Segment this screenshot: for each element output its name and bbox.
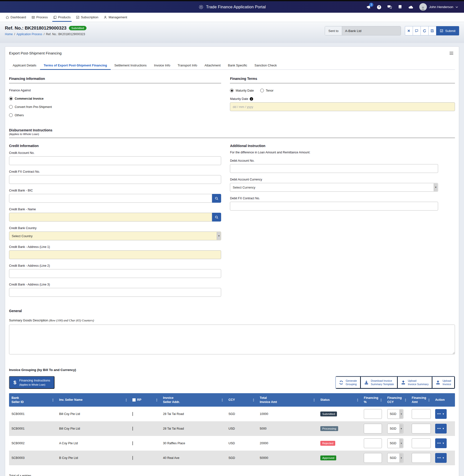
breadcrumb-home[interactable]: Home <box>5 32 13 36</box>
column-header-invoice-seller-addr[interactable]: InvoiceSeller Addr.▲▼ <box>161 394 226 406</box>
credit-bank-address2-input[interactable] <box>9 269 221 278</box>
rp-checkbox[interactable] <box>132 441 133 445</box>
radio-convert-pre-shipment[interactable]: Convert from Pre-Shipment <box>9 105 221 109</box>
financing-amt-input[interactable] <box>412 409 431 419</box>
tab-attachment[interactable]: Attachment <box>201 61 224 69</box>
comment-button[interactable] <box>413 26 421 35</box>
column-header-total-invoice-amt[interactable]: TotalInvoice Amt▲▼ <box>257 394 318 406</box>
financing-amt-input[interactable] <box>412 424 431 434</box>
credit-bank-bic-input[interactable] <box>9 194 212 203</box>
upload-invoice-summary-button[interactable]: UploadInvoice Summary <box>398 376 432 389</box>
info-icon[interactable]: i <box>250 97 253 101</box>
column-header-financing[interactable]: Financing%▲▼ <box>361 394 385 406</box>
sort-icon[interactable]: ▲▼ <box>52 398 54 402</box>
rp-checkbox[interactable] <box>132 412 133 416</box>
column-header-inv-seller-name[interactable]: Inv. Seller Name▲▼ <box>57 396 130 404</box>
submit-button[interactable]: Submit <box>436 26 459 35</box>
chat-icon[interactable] <box>387 5 392 9</box>
debit-account-currency-select[interactable]: Select Currency ▼ <box>230 183 438 192</box>
financing-amt-input[interactable] <box>412 453 431 463</box>
tab-invoice-info[interactable]: Invoice Info <box>150 61 174 69</box>
financing-ccy-select[interactable]: SGD▼ <box>387 409 403 419</box>
topbar-actions: 3 ? John <box>367 3 464 11</box>
guide-book-icon[interactable] <box>398 5 402 9</box>
row-action-button[interactable]: •••▼ <box>435 424 447 434</box>
radio-tenor[interactable]: Tenor <box>260 89 273 92</box>
goods-description-textarea[interactable] <box>9 325 455 354</box>
column-header-bank-seller-id[interactable]: BankSeller ID▲▼ <box>9 394 57 406</box>
nav-item-process[interactable]: Process <box>29 13 51 22</box>
cell-total-invoice-amt: 10000 <box>257 410 318 418</box>
download-invoice-summary-template-button[interactable]: Download InvoiceSummary Template <box>361 376 398 389</box>
sort-icon[interactable]: ▲▼ <box>156 398 158 402</box>
financing-instructions-button[interactable]: $ Financing Instructions (Applies to Who… <box>9 376 54 389</box>
additional-instruction-heading: Additional Instruction <box>230 144 455 148</box>
sort-icon[interactable]: ▲▼ <box>405 398 406 402</box>
rp-checkbox[interactable] <box>132 427 133 431</box>
row-action-button[interactable]: •••▼ <box>435 438 447 448</box>
sort-icon[interactable]: ▲▼ <box>253 398 254 402</box>
debit-fx-contract-no-input[interactable] <box>230 202 438 211</box>
rp-checkbox[interactable] <box>132 456 133 460</box>
list-menu-icon[interactable] <box>449 52 455 55</box>
cancel-button[interactable] <box>405 26 413 35</box>
sort-icon[interactable]: ▲▼ <box>221 398 223 402</box>
radio-icon <box>260 89 264 92</box>
refresh-button[interactable] <box>421 26 429 35</box>
tab-transport-info[interactable]: Transport Info <box>174 61 201 69</box>
row-action-button[interactable]: •••▼ <box>435 453 447 463</box>
announcement-icon[interactable]: 3 <box>367 5 371 9</box>
financing-pct-input[interactable] <box>364 438 382 448</box>
credit-fx-contract-no-input[interactable] <box>9 175 221 184</box>
row-action-button[interactable]: •••▼ <box>435 409 447 419</box>
tab-settlement-instructions[interactable]: Settlement Instructions <box>111 61 150 69</box>
tab-sanction-check[interactable]: Sanction Check <box>251 61 281 69</box>
debit-account-no-input[interactable] <box>230 164 438 173</box>
sort-icon[interactable]: ▲▼ <box>380 398 382 402</box>
tab-bank-specific[interactable]: Bank Specific <box>224 61 251 69</box>
upload-invoice-button[interactable]: UploadInvoice <box>432 376 455 389</box>
column-header-rp[interactable]: RP▲▼ <box>130 396 161 404</box>
cell-invoice-seller-addr: 28 Tai Tai Road <box>161 410 226 418</box>
financing-ccy-select[interactable]: SGD▼ <box>387 438 403 448</box>
maturity-date-input[interactable] <box>230 102 455 111</box>
sort-icon[interactable]: ▲▼ <box>428 398 430 402</box>
user-menu[interactable]: John Henderson <box>419 3 458 11</box>
radio-commercial-invoice[interactable]: Commercial Invoice <box>9 97 221 100</box>
breadcrumb-application-process[interactable]: Application Process <box>16 32 42 36</box>
radio-others[interactable]: Others <box>9 113 221 117</box>
nav-item-subscription[interactable]: Subscription <box>73 13 101 22</box>
tab-applicant-details[interactable]: Applicant Details <box>9 61 40 69</box>
sort-icon[interactable]: ▲▼ <box>313 398 315 402</box>
credit-account-no-input[interactable] <box>9 156 221 165</box>
column-header-financing-amt[interactable]: FinancingAmt▲▼ <box>409 394 433 406</box>
save-button[interactable] <box>428 26 436 35</box>
nav-item-management[interactable]: Management <box>101 13 130 22</box>
column-header-status[interactable]: Status▲▼ <box>318 396 361 404</box>
sort-icon[interactable]: ▲▼ <box>125 398 127 402</box>
credit-bank-country-select[interactable]: Select Country ▼ <box>9 232 221 240</box>
tab-terms-of-export-post-shipment-financing[interactable]: Terms of Export Post-Shipment Financing <box>40 61 111 69</box>
credit-bank-address1-input[interactable] <box>9 250 221 259</box>
rp-select-all-checkbox[interactable] <box>132 398 136 402</box>
financing-ccy-select[interactable]: SGD▼ <box>387 424 403 434</box>
cell-bank-seller-id: SCB0003 <box>9 454 57 462</box>
financing-ccy-select[interactable]: SGD▼ <box>387 453 403 463</box>
radio-maturity-date[interactable]: Maturity Date <box>230 89 254 92</box>
cloud-icon[interactable] <box>408 5 413 9</box>
bic-search-button[interactable] <box>212 194 221 203</box>
bank-name-search-button[interactable] <box>212 213 221 222</box>
financing-pct-input[interactable] <box>364 453 382 463</box>
column-header-financing-ccy[interactable]: FinancingCCY▲▼ <box>385 394 409 406</box>
nav-item-products[interactable]: Products <box>51 13 73 22</box>
generate-grouping-button[interactable]: GenerateGrouping <box>336 376 361 389</box>
nav-item-dashboard[interactable]: Dashboard <box>3 13 29 22</box>
financing-amt-input[interactable] <box>412 438 431 448</box>
credit-bank-address3-input[interactable] <box>9 288 221 297</box>
sort-icon[interactable]: ▲▼ <box>357 398 358 402</box>
credit-bank-name-input[interactable] <box>9 213 212 222</box>
column-header-ccy[interactable]: CCY▲▼ <box>226 396 257 404</box>
financing-pct-input[interactable] <box>364 409 382 419</box>
financing-pct-input[interactable] <box>364 424 382 434</box>
help-icon[interactable]: ? <box>377 5 381 9</box>
